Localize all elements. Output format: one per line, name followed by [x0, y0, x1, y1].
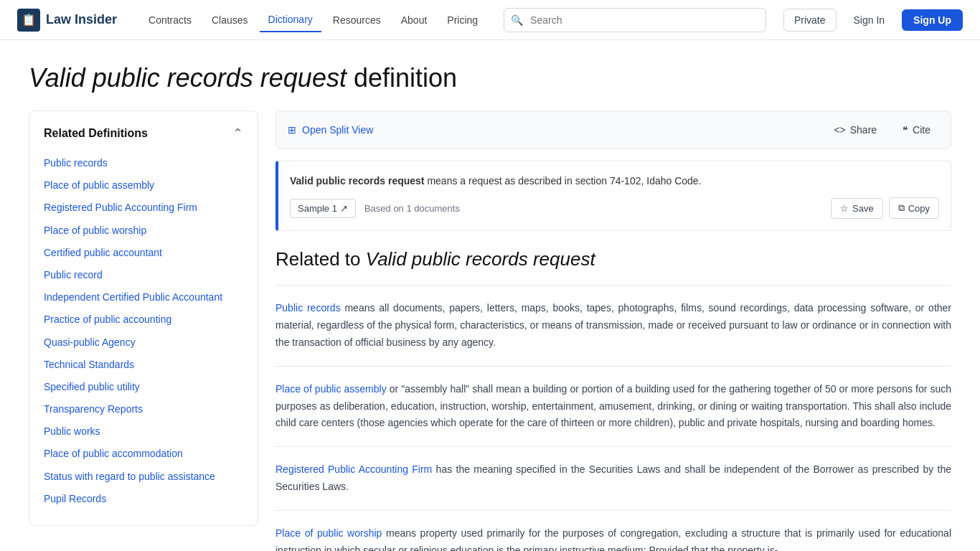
sidebar-link[interactable]: Pupil Records	[44, 489, 243, 509]
toolbar-right: <> Share ❝ Cite	[825, 120, 939, 140]
save-label: Save	[852, 203, 874, 214]
related-item-registered-firm: Registered Public Accounting Firm has th…	[275, 446, 951, 510]
nav-dictionary[interactable]: Dictionary	[260, 8, 321, 32]
external-link-icon: ↗	[340, 203, 348, 214]
based-on-text: Based on 1 documents	[364, 203, 460, 214]
list-item: Place of public assembly	[44, 175, 243, 196]
brand-name: Law Insider	[46, 12, 117, 27]
list-item: Place of public worship	[44, 220, 243, 241]
sidebar-link[interactable]: Practice of public accounting	[44, 309, 243, 330]
related-heading-prefix: Related to	[275, 248, 366, 270]
brand-icon: 📋	[17, 9, 40, 32]
open-split-view-button[interactable]: ⊞ Open Split View	[288, 124, 373, 136]
sidebar-link[interactable]: Place of public worship	[44, 220, 243, 241]
star-icon: ☆	[840, 203, 849, 214]
copy-icon: ⧉	[898, 202, 905, 214]
list-item: Quasi-public Agency	[44, 332, 243, 353]
main-layout: Related Definitions ⌃ Public records Pla…	[0, 110, 980, 551]
list-item: Registered Public Accounting Firm	[44, 197, 243, 218]
search-input[interactable]	[504, 8, 766, 32]
sidebar-link[interactable]: Public record	[44, 265, 243, 286]
page-title-italic: Valid public records request	[29, 63, 347, 93]
sidebar-toggle[interactable]: ⌃	[232, 126, 243, 141]
nav-clauses[interactable]: Clauses	[203, 9, 257, 32]
related-term-link[interactable]: Public records	[275, 302, 341, 314]
related-item-place-assembly: Place of public assembly or "assembly ha…	[275, 366, 951, 446]
related-item-text-0: means all documents, papers, letters, ma…	[275, 302, 951, 348]
nav-pricing[interactable]: Pricing	[438, 9, 486, 32]
list-item: Certified public accountant	[44, 242, 243, 263]
copy-button[interactable]: ⧉ Copy	[889, 197, 939, 219]
cite-button[interactable]: ❝ Cite	[894, 120, 939, 140]
sidebar-link[interactable]: Certified public accountant	[44, 242, 243, 263]
split-view-icon: ⊞	[288, 124, 296, 136]
signup-button[interactable]: Sign Up	[902, 9, 963, 31]
list-item: Public records	[44, 153, 243, 174]
list-item: Place of public accommodation	[44, 443, 243, 464]
definition-body: means a request as described in section …	[425, 175, 702, 187]
navbar: 📋 Law Insider Contracts Clauses Dictiona…	[0, 0, 980, 40]
sidebar: Related Definitions ⌃ Public records Pla…	[29, 110, 258, 526]
related-term-link[interactable]: Place of public assembly	[275, 383, 387, 395]
page-title: Valid public records request definition	[29, 63, 951, 93]
definition-term: Valid public records request	[290, 175, 425, 187]
nav-contracts[interactable]: Contracts	[140, 9, 200, 32]
related-item-place-worship: Place of public worship means property u…	[275, 510, 951, 551]
page-title-suffix: definition	[347, 63, 457, 93]
signin-button[interactable]: Sign In	[844, 9, 895, 31]
cite-icon: ❝	[903, 124, 908, 136]
sample-1-button[interactable]: Sample 1 ↗	[290, 199, 356, 218]
definition-card: Valid public records request means a req…	[275, 161, 951, 231]
share-label: Share	[850, 124, 877, 136]
save-button[interactable]: ☆ Save	[831, 198, 883, 219]
related-term-link[interactable]: Place of public worship	[275, 527, 382, 539]
copy-label: Copy	[908, 203, 930, 214]
definition-text: Valid public records request means a req…	[290, 173, 939, 189]
sidebar-link[interactable]: Quasi-public Agency	[44, 332, 243, 353]
share-button[interactable]: <> Share	[825, 120, 885, 140]
sidebar-link[interactable]: Specified public utility	[44, 377, 243, 397]
sidebar-link[interactable]: Public works	[44, 421, 243, 442]
page-title-section: Valid public records request definition	[0, 40, 980, 110]
related-term-link[interactable]: Registered Public Accounting Firm	[275, 463, 432, 475]
list-item: Status with regard to public assistance	[44, 466, 243, 487]
list-item: Public record	[44, 265, 243, 286]
sidebar-link[interactable]: Place of public accommodation	[44, 443, 243, 464]
brand-logo[interactable]: 📋 Law Insider	[17, 9, 117, 32]
content-toolbar: ⊞ Open Split View <> Share ❝ Cite	[275, 110, 951, 149]
definition-left-actions: Sample 1 ↗ Based on 1 documents	[290, 199, 460, 218]
sidebar-link[interactable]: Technical Standards	[44, 354, 243, 375]
open-split-view-label: Open Split View	[302, 124, 373, 136]
sidebar-link[interactable]: Status with regard to public assistance	[44, 466, 243, 487]
sidebar-link[interactable]: Registered Public Accounting Firm	[44, 197, 243, 218]
list-item: Pupil Records	[44, 489, 243, 509]
list-item: Transparency Reports	[44, 399, 243, 420]
related-item-public-records: Public records means all documents, pape…	[275, 285, 951, 365]
main-content: ⊞ Open Split View <> Share ❝ Cite Valid …	[275, 110, 951, 551]
definition-actions: Sample 1 ↗ Based on 1 documents ☆ Save ⧉…	[290, 197, 939, 219]
list-item: Specified public utility	[44, 377, 243, 397]
sidebar-link[interactable]: Transparency Reports	[44, 399, 243, 420]
sidebar-link[interactable]: Place of public assembly	[44, 175, 243, 196]
nav-links: Contracts Clauses Dictionary Resources A…	[140, 8, 486, 32]
list-item: Technical Standards	[44, 354, 243, 375]
sidebar-list: Public records Place of public assembly …	[44, 153, 243, 509]
nav-resources[interactable]: Resources	[324, 9, 390, 32]
nav-about[interactable]: About	[392, 9, 436, 32]
definition-right-actions: ☆ Save ⧉ Copy	[831, 197, 939, 219]
sidebar-link[interactable]: Independent Certified Public Accountant	[44, 287, 243, 308]
list-item: Practice of public accounting	[44, 309, 243, 330]
related-heading-italic: Valid public records request	[366, 248, 595, 270]
sidebar-header: Related Definitions ⌃	[44, 126, 243, 141]
cite-label: Cite	[913, 124, 930, 136]
sidebar-title: Related Definitions	[44, 127, 148, 140]
related-heading: Related to Valid public records request	[275, 248, 951, 270]
private-button[interactable]: Private	[783, 9, 837, 32]
share-icon: <>	[834, 124, 845, 136]
list-item: Independent Certified Public Accountant	[44, 287, 243, 308]
sample-label: Sample 1	[298, 203, 337, 214]
search-icon: 🔍	[511, 14, 523, 26]
list-item: Public works	[44, 421, 243, 442]
nav-right: Private Sign In Sign Up	[783, 9, 963, 32]
sidebar-link[interactable]: Public records	[44, 153, 243, 174]
